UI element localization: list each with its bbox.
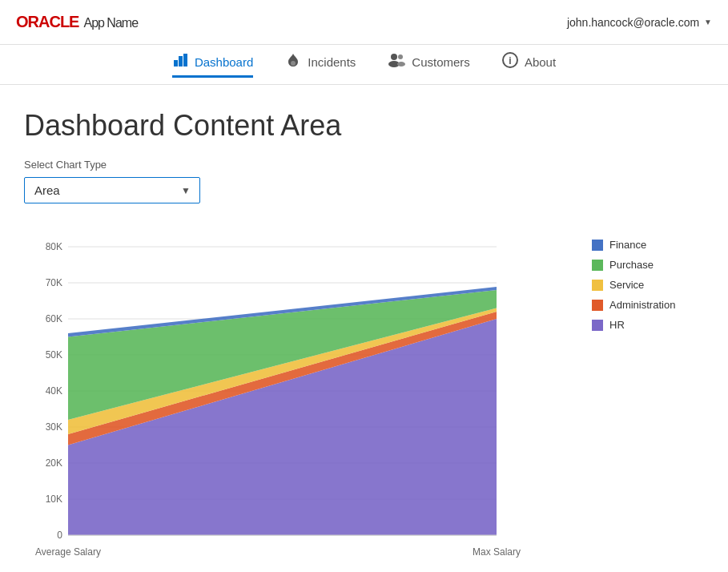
legend-label-purchase: Purchase bbox=[609, 259, 654, 271]
svg-point-3 bbox=[291, 61, 296, 66]
user-email: john.hancock@oracle.com bbox=[567, 16, 699, 29]
customers-icon bbox=[388, 53, 405, 71]
page-title: Dashboard Content Area bbox=[24, 109, 704, 143]
svg-point-4 bbox=[391, 54, 397, 60]
svg-rect-2 bbox=[183, 54, 187, 66]
svg-text:Average Salary: Average Salary bbox=[35, 546, 101, 558]
legend-item-purchase: Purchase bbox=[592, 259, 704, 271]
svg-text:20K: 20K bbox=[46, 457, 62, 469]
chart-legend: Finance Purchase Service Administration … bbox=[592, 223, 704, 331]
legend-label-hr: HR bbox=[609, 319, 625, 331]
app-header: ORACLEApp Name john.hancock@oracle.com ▼ bbox=[0, 0, 728, 45]
chart-type-label: Select Chart Type bbox=[24, 159, 704, 171]
chart-type-select-wrapper[interactable]: Area Bar Line Pie ▼ bbox=[24, 177, 200, 203]
chart-container: 80K 70K 60K 50K 40K 30K 20K 10K 0 bbox=[24, 223, 704, 567]
nav-item-incidents[interactable]: Incidents bbox=[285, 52, 356, 78]
svg-text:0: 0 bbox=[57, 530, 62, 541]
nav-item-about[interactable]: i About bbox=[502, 52, 556, 78]
nav-label-about: About bbox=[525, 55, 556, 69]
svg-text:50K: 50K bbox=[46, 349, 62, 361]
legend-label-finance: Finance bbox=[609, 239, 646, 251]
legend-label-administration: Administration bbox=[609, 299, 675, 311]
area-chart: 80K 70K 60K 50K 40K 30K 20K 10K 0 bbox=[24, 223, 521, 567]
nav-label-customers: Customers bbox=[412, 55, 470, 69]
svg-text:30K: 30K bbox=[46, 421, 62, 433]
svg-text:Max Salary: Max Salary bbox=[473, 546, 521, 558]
svg-text:i: i bbox=[509, 55, 511, 66]
svg-text:80K: 80K bbox=[46, 241, 62, 252]
logo-area: ORACLEApp Name bbox=[16, 13, 138, 31]
svg-text:40K: 40K bbox=[46, 385, 62, 397]
svg-text:70K: 70K bbox=[46, 277, 62, 288]
svg-text:10K: 10K bbox=[46, 493, 62, 505]
legend-color-administration bbox=[592, 300, 603, 311]
legend-color-service bbox=[592, 280, 603, 291]
dashboard-icon bbox=[172, 52, 188, 72]
app-name: App Name bbox=[83, 16, 138, 30]
chart-area: 80K 70K 60K 50K 40K 30K 20K 10K 0 bbox=[24, 223, 576, 567]
nav-item-dashboard[interactable]: Dashboard bbox=[172, 52, 253, 78]
legend-color-finance bbox=[592, 240, 603, 251]
about-icon: i bbox=[502, 52, 518, 72]
svg-rect-0 bbox=[174, 60, 178, 66]
svg-rect-1 bbox=[179, 56, 183, 66]
incidents-icon bbox=[285, 52, 301, 72]
chart-type-select[interactable]: Area Bar Line Pie bbox=[24, 177, 200, 203]
nav-item-customers[interactable]: Customers bbox=[388, 53, 470, 77]
legend-color-hr bbox=[592, 320, 603, 331]
legend-item-hr: HR bbox=[592, 319, 704, 331]
main-nav: Dashboard Incidents Customers i bbox=[0, 45, 728, 85]
legend-item-finance: Finance bbox=[592, 239, 704, 251]
main-content: Dashboard Content Area Select Chart Type… bbox=[0, 85, 728, 572]
oracle-logo: ORACLEApp Name bbox=[16, 13, 138, 31]
legend-item-administration: Administration bbox=[592, 299, 704, 311]
svg-text:60K: 60K bbox=[46, 313, 62, 324]
legend-label-service: Service bbox=[609, 279, 644, 291]
legend-color-purchase bbox=[592, 260, 603, 271]
legend-item-service: Service bbox=[592, 279, 704, 291]
user-menu[interactable]: john.hancock@oracle.com ▼ bbox=[567, 16, 712, 29]
svg-point-6 bbox=[398, 54, 403, 59]
nav-label-incidents: Incidents bbox=[308, 55, 356, 69]
svg-point-7 bbox=[397, 62, 405, 66]
nav-label-dashboard: Dashboard bbox=[195, 55, 253, 69]
user-menu-arrow: ▼ bbox=[704, 18, 712, 26]
